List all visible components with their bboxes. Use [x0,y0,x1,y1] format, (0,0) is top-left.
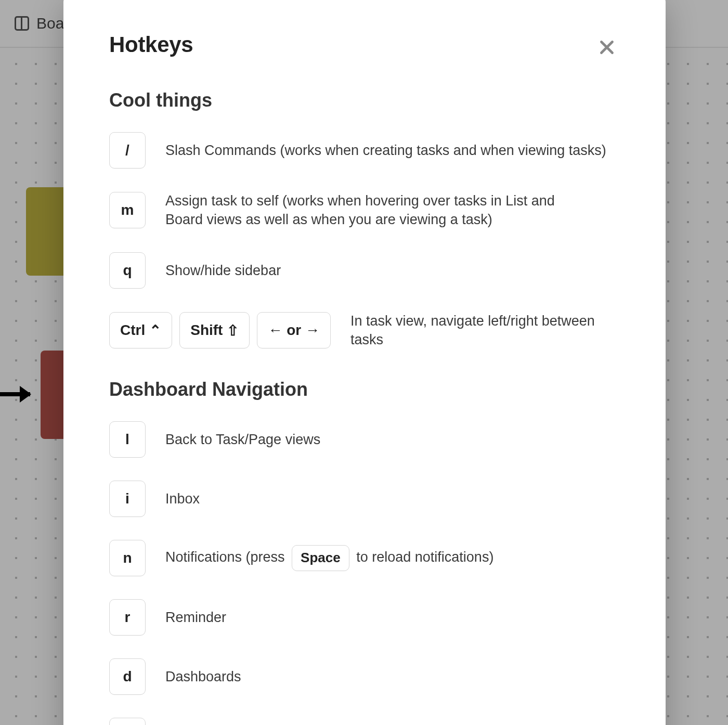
shift-glyph-icon: ⇧ [227,322,239,339]
hotkey-row-reminder: r Reminder [109,599,620,636]
hotkey-row-search: s Open search [109,718,620,725]
ctrl-glyph-icon: ⌃ [149,322,161,339]
key-arrows: ← or → [257,312,331,348]
modal-title: Hotkeys [109,32,193,57]
section-title-cool-things: Cool things [109,89,620,111]
key-l: l [109,421,146,458]
close-icon [597,38,616,57]
key-q: q [109,252,146,289]
hotkey-row-back: l Back to Task/Page views [109,421,620,458]
hotkey-row-assign-self: m Assign task to self (works when hoveri… [109,191,620,229]
key-d: d [109,658,146,695]
hotkey-desc: Notifications (press Space to reload not… [165,545,493,571]
hotkey-row-notifications: n Notifications (press Space to reload n… [109,540,620,576]
key-space: Space [292,545,349,571]
hotkey-row-sidebar: q Show/hide sidebar [109,252,620,289]
key-ctrl: Ctrl⌃ [109,312,172,348]
hotkey-desc: Dashboards [165,667,241,686]
hotkey-desc: Reminder [165,608,226,627]
hotkey-desc-pre: Notifications (press [165,549,285,565]
key-i: i [109,481,146,517]
hotkey-row-dashboards: d Dashboards [109,658,620,695]
close-button[interactable] [594,34,620,60]
section-title-dashboard-navigation: Dashboard Navigation [109,379,620,400]
key-s: s [109,718,146,725]
key-n: n [109,540,146,576]
hotkey-row-navigate-tasks: Ctrl⌃ Shift⇧ ← or → In task view, naviga… [109,312,620,349]
hotkey-row-inbox: i Inbox [109,481,620,517]
key-r: r [109,599,146,636]
key-shift: Shift⇧ [179,312,250,348]
key-label: Ctrl [120,322,145,339]
key-label: Shift [190,322,223,339]
hotkeys-modal: Hotkeys Cool things / Slash Commands (wo… [63,0,666,725]
hotkey-desc-post: to reload notifications) [356,549,493,565]
hotkey-desc: Assign task to self (works when hovering… [165,191,587,229]
hotkey-desc: Slash Commands (works when creating task… [165,141,606,160]
hotkey-desc: Back to Task/Page views [165,430,320,449]
key-slash: / [109,132,146,169]
hotkey-desc: In task view, navigate left/right betwee… [350,312,620,349]
key-m: m [109,192,146,228]
hotkey-row-slash: / Slash Commands (works when creating ta… [109,132,620,169]
hotkey-desc: Show/hide sidebar [165,261,281,280]
hotkey-desc: Inbox [165,489,200,508]
